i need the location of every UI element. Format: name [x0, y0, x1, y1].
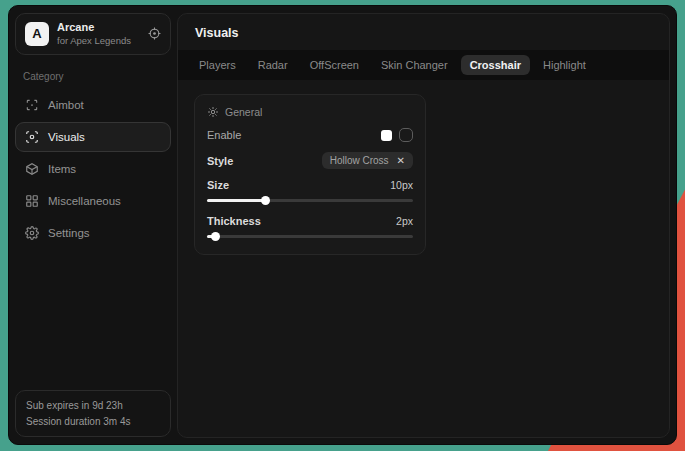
- enable-label: Enable: [207, 129, 241, 141]
- size-slider[interactable]: [207, 196, 413, 205]
- app-subtitle: for Apex Legends: [57, 35, 140, 47]
- enable-row: Enable: [207, 128, 413, 142]
- gear-icon: [25, 226, 39, 240]
- eye-scan-icon: [25, 130, 39, 144]
- sidebar-item-label: Aimbot: [48, 99, 84, 111]
- sidebar: A Arcane for Apex Legends Category: [9, 6, 177, 444]
- thickness-row: Thickness 2px: [207, 215, 413, 227]
- general-card-header: General: [207, 106, 413, 118]
- sidebar-nav: Aimbot Visuals Items: [9, 90, 177, 248]
- main-panel: Visuals Players Radar OffScreen Skin Cha…: [177, 13, 670, 438]
- size-value: 10px: [390, 179, 413, 191]
- sidebar-item-items[interactable]: Items: [15, 154, 171, 184]
- app-window: A Arcane for Apex Legends Category: [8, 5, 677, 445]
- sidebar-item-label: Miscellaneous: [48, 195, 121, 207]
- tab-radar[interactable]: Radar: [249, 55, 297, 75]
- grid-icon: [25, 194, 39, 208]
- tab-skin-changer[interactable]: Skin Changer: [372, 55, 457, 75]
- thickness-label: Thickness: [207, 215, 261, 227]
- clear-style-icon[interactable]: ✕: [397, 156, 405, 166]
- box-icon: [25, 162, 39, 176]
- app-name: Arcane: [57, 21, 140, 35]
- thickness-slider-track: [207, 235, 413, 238]
- style-row: Style Hollow Cross ✕: [207, 152, 413, 169]
- page-title: Visuals: [178, 14, 669, 50]
- tab-bar: Players Radar OffScreen Skin Changer Cro…: [178, 50, 669, 80]
- sidebar-item-label: Settings: [48, 227, 90, 239]
- target-icon[interactable]: [148, 27, 161, 40]
- subscription-card: Sub expires in 9d 23h Session duration 3…: [15, 390, 171, 437]
- size-row: Size 10px: [207, 179, 413, 191]
- app-header-card: A Arcane for Apex Legends: [15, 13, 171, 55]
- enable-checkbox[interactable]: [399, 128, 413, 142]
- size-label: Size: [207, 179, 229, 191]
- tab-crosshair[interactable]: Crosshair: [461, 55, 530, 75]
- tab-highlight[interactable]: Highlight: [534, 55, 595, 75]
- style-label: Style: [207, 155, 233, 167]
- category-label: Category: [23, 71, 163, 82]
- sidebar-item-settings[interactable]: Settings: [15, 218, 171, 248]
- sun-settings-icon: [207, 106, 219, 118]
- sidebar-item-label: Visuals: [48, 131, 85, 143]
- sidebar-item-visuals[interactable]: Visuals: [15, 122, 171, 152]
- size-slider-fill: [207, 199, 265, 202]
- app-logo-letter: A: [32, 26, 41, 41]
- size-slider-thumb[interactable]: [261, 196, 270, 205]
- general-card-title: General: [225, 106, 262, 118]
- sub-expires-text: Sub expires in 9d 23h: [26, 398, 160, 414]
- crosshair-frame-icon: [25, 98, 39, 112]
- thickness-value: 2px: [396, 215, 413, 227]
- app-logo: A: [25, 22, 49, 46]
- sidebar-item-aimbot[interactable]: Aimbot: [15, 90, 171, 120]
- general-card: General Enable Style Hollow Cross ✕: [194, 94, 426, 255]
- app-meta: Arcane for Apex Legends: [57, 21, 140, 47]
- thickness-slider[interactable]: [207, 232, 413, 241]
- tab-content: General Enable Style Hollow Cross ✕: [178, 80, 669, 437]
- color-swatch[interactable]: [381, 130, 392, 141]
- sidebar-item-miscellaneous[interactable]: Miscellaneous: [15, 186, 171, 216]
- style-selected-value: Hollow Cross: [330, 155, 389, 166]
- session-duration-text: Session duration 3m 4s: [26, 414, 160, 430]
- thickness-slider-thumb[interactable]: [211, 232, 220, 241]
- tab-players[interactable]: Players: [190, 55, 245, 75]
- sidebar-item-label: Items: [48, 163, 76, 175]
- style-select[interactable]: Hollow Cross ✕: [322, 152, 413, 169]
- tab-offscreen[interactable]: OffScreen: [301, 55, 368, 75]
